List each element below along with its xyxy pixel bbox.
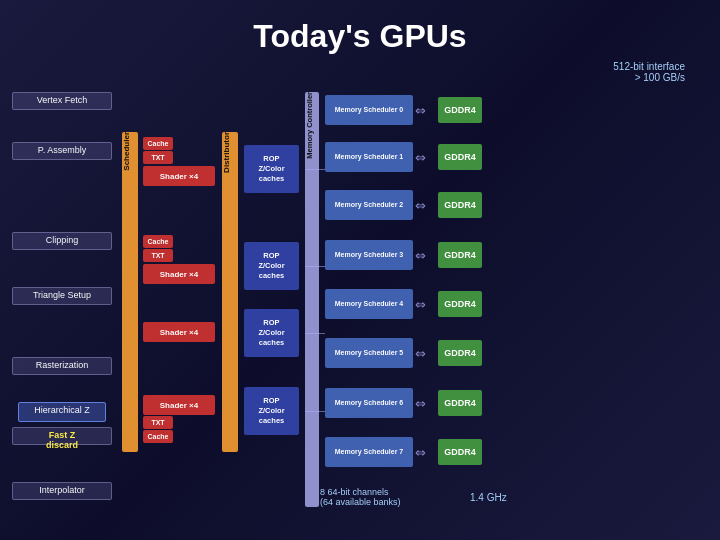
interpolator: Interpolator: [12, 482, 112, 500]
connect-line-2: [305, 266, 325, 267]
arrow-4: ⇔: [415, 297, 426, 312]
mem-sched-0: Memory Scheduler 0: [325, 95, 413, 125]
txt-box-2: TXT: [143, 249, 173, 262]
arrow-0: ⇔: [415, 103, 426, 118]
page-title: Today's GPUs: [10, 10, 710, 55]
fast-z-label: Fast Zdiscard: [46, 430, 78, 450]
scheduler-label: Scheduler: [122, 132, 138, 175]
gddr-5: GDDR4: [438, 340, 482, 366]
cache-box-1: Cache: [143, 137, 173, 150]
gddr-1: GDDR4: [438, 144, 482, 170]
mem-sched-7: Memory Scheduler 7: [325, 437, 413, 467]
arrow-3: ⇔: [415, 248, 426, 263]
clipping: Clipping: [12, 232, 112, 250]
gddr-3: GDDR4: [438, 242, 482, 268]
gddr-6: GDDR4: [438, 390, 482, 416]
scheduler-bar: Scheduler: [122, 132, 138, 452]
distributor-bar: Distributor: [222, 132, 238, 452]
cache-box-2: Cache: [143, 235, 173, 248]
triangle-setup: Triangle Setup: [12, 287, 112, 305]
mem-sched-3: Memory Scheduler 3: [325, 240, 413, 270]
vertex-fetch: Vertex Fetch: [12, 92, 112, 110]
arrow-6: ⇔: [415, 396, 426, 411]
connect-line-1: [305, 169, 325, 170]
mem-controller-label: Memory Controller: [305, 92, 319, 167]
mem-sched-1: Memory Scheduler 1: [325, 142, 413, 172]
rop-box-3: ROPZ/Colorcaches: [244, 309, 299, 357]
rop-box-4: ROPZ/Colorcaches: [244, 387, 299, 435]
connect-line-3: [305, 333, 325, 334]
p-assembly: P. Assembly: [12, 142, 112, 160]
fast-z: Fast Zdiscard: [12, 427, 112, 445]
mem-sched-6: Memory Scheduler 6: [325, 388, 413, 418]
distributor-label: Distributor: [222, 132, 238, 177]
cache-box-4: Cache: [143, 430, 173, 443]
hierarchical-z: Hierarchical Z: [18, 402, 106, 422]
mem-sched-4: Memory Scheduler 4: [325, 289, 413, 319]
shader-box-2: Shader ×4: [143, 264, 215, 284]
shader-box-1: Shader ×4: [143, 166, 215, 186]
connect-line-4: [305, 411, 325, 412]
subtitle-line2: > 100 GB/s: [635, 72, 685, 83]
gddr-4: GDDR4: [438, 291, 482, 317]
rop-box-1: ROPZ/Colorcaches: [244, 145, 299, 193]
subtitle-line1: 512-bit interface: [613, 61, 685, 72]
footer-channels: 8 64-bit channels (64 available banks): [320, 487, 401, 507]
txt-box-1: TXT: [143, 151, 173, 164]
arrow-1: ⇔: [415, 150, 426, 165]
txt-box-4: TXT: [143, 416, 173, 429]
gpu-diagram: Vertex Fetch P. Assembly Clipping Triang…: [10, 87, 710, 540]
mem-sched-2: Memory Scheduler 2: [325, 190, 413, 220]
gddr-2: GDDR4: [438, 192, 482, 218]
slide: Today's GPUs 512-bit interface > 100 GB/…: [0, 0, 720, 540]
mem-controller-bar: Memory Controller: [305, 92, 319, 507]
gddr-0: GDDR4: [438, 97, 482, 123]
arrow-5: ⇔: [415, 346, 426, 361]
subtitle: 512-bit interface > 100 GB/s: [10, 61, 710, 83]
rasterization: Rasterization: [12, 357, 112, 375]
shader-box-3: Shader ×4: [143, 322, 215, 342]
gddr-7: GDDR4: [438, 439, 482, 465]
rop-box-2: ROPZ/Colorcaches: [244, 242, 299, 290]
arrow-2: ⇔: [415, 198, 426, 213]
footer-freq: 1.4 GHz: [470, 492, 507, 503]
shader-box-4: Shader ×4: [143, 395, 215, 415]
arrow-7: ⇔: [415, 445, 426, 460]
mem-sched-5: Memory Scheduler 5: [325, 338, 413, 368]
